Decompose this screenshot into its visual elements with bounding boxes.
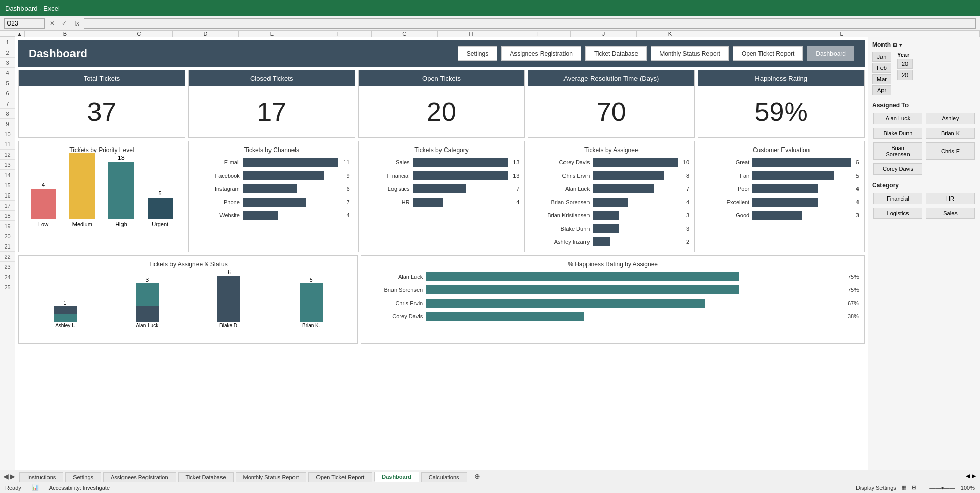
assignee-ashley-row: Ashley Irizarry 2 — [533, 237, 689, 246]
nav-ticket-db[interactable]: Ticket Database — [585, 46, 647, 61]
stat-resolution-header: Average Resolution Time (Days) — [528, 70, 694, 86]
scroll-sheet-right[interactable]: ▶ — [972, 473, 976, 479]
tab-monthly[interactable]: Monthly Status Report — [236, 472, 307, 482]
tab-dashboard[interactable]: Dashboard — [374, 472, 419, 482]
filter-logistics[interactable]: Logistics — [873, 208, 922, 219]
assignee-brianS-label: Brian Sorensen — [533, 199, 590, 205]
assignee-alan-row: Alan Luck 7 — [533, 184, 689, 193]
channel-ig-val: 6 — [346, 186, 349, 192]
stat-open-header: Open Tickets — [359, 70, 525, 86]
tab-open-ticket[interactable]: Open Ticket Report — [308, 472, 372, 482]
col-header-k: K — [637, 31, 703, 37]
month-feb[interactable]: Feb — [872, 63, 891, 73]
eval-good-bar — [752, 211, 801, 220]
as-blake-label: Blake D. — [219, 323, 239, 328]
channel-email-val: 11 — [343, 159, 349, 165]
stat-total-header: Total Tickets — [19, 70, 185, 86]
eval-poor-label: Poor — [703, 186, 749, 192]
happy-alan-bar — [426, 272, 739, 281]
filter-chrisE[interactable]: Chris E — [926, 142, 975, 160]
filter-alan[interactable]: Alan Luck — [873, 113, 922, 124]
filter-ashley[interactable]: Ashley — [926, 113, 975, 124]
filter-sales[interactable]: Sales — [926, 208, 975, 219]
channel-web-label: Website — [194, 212, 240, 218]
cancel-formula-icon[interactable]: ✕ — [47, 18, 57, 29]
filter-corey[interactable]: Corey Davis — [873, 163, 922, 175]
month-jan[interactable]: Jan — [872, 52, 891, 62]
assignee-brianK-bar — [593, 211, 619, 220]
confirm-formula-icon[interactable]: ✓ — [59, 18, 69, 29]
as-alan-closed — [136, 283, 159, 306]
channels-chart-title: Tickets by Channels — [194, 146, 350, 154]
scroll-left-icon[interactable]: ◀ — [3, 472, 9, 480]
as-blake-val: 6 — [228, 269, 231, 275]
channel-web-row: Website 4 — [194, 211, 350, 220]
nav-assignees[interactable]: Assignees Registration — [501, 46, 581, 61]
filter-financial[interactable]: Financial — [873, 193, 922, 204]
nav-settings[interactable]: Settings — [458, 46, 497, 61]
filter-hr[interactable]: HR — [926, 193, 975, 204]
year-2020-2[interactable]: 20 — [897, 70, 913, 80]
filter-brianK[interactable]: Brian K — [926, 128, 975, 139]
tab-settings[interactable]: Settings — [65, 472, 101, 482]
happiness-chart: % Happiness Rating by Assignee Alan Luck… — [361, 255, 865, 344]
eval-great-row: Great 6 — [703, 158, 859, 167]
happy-alan-label: Alan Luck — [366, 274, 423, 280]
zoom-slider[interactable]: ——●—— — [929, 485, 955, 491]
eval-excellent-val: 4 — [856, 199, 859, 205]
assignee-corey-val: 10 — [683, 159, 689, 165]
eval-good-val: 3 — [856, 212, 859, 218]
channels-bars: E-mail 11 Facebook 9 Instagram — [194, 158, 350, 220]
stat-closed-header: Closed Tickets — [189, 70, 355, 86]
month-filter-icon[interactable]: ⊞ ▼ — [893, 42, 903, 48]
col-header-i: I — [504, 31, 571, 37]
nav-monthly[interactable]: Monthly Status Report — [651, 46, 729, 61]
category-filter-grid: Financial HR Logistics Sales — [872, 192, 976, 220]
eval-excellent-label: Excellent — [703, 199, 749, 205]
formula-input[interactable] — [84, 18, 976, 29]
scroll-sheet-left[interactable]: ◀ — [966, 473, 970, 479]
eval-good-row: Good 3 — [703, 211, 859, 220]
zoom-level: 100% — [961, 485, 975, 491]
tab-assignees-reg[interactable]: Assignees Registration — [103, 472, 176, 482]
nav-open-ticket[interactable]: Open Ticket Report — [733, 46, 803, 61]
as-brianK-label: Brian K. — [302, 323, 321, 328]
tab-ticket-db[interactable]: Ticket Database — [178, 472, 234, 482]
priority-urgent-bar — [148, 198, 173, 219]
nav-dashboard[interactable]: Dashboard — [807, 46, 854, 61]
filter-brianS[interactable]: Brian Sorensen — [873, 142, 922, 160]
month-apr[interactable]: Apr — [872, 85, 891, 95]
scroll-right-icon[interactable]: ▶ — [10, 472, 15, 480]
right-panel: Month ⊞ ▼ Jan Feb Mar Apr Year 20 — [868, 37, 980, 470]
assignee-chris-row: Chris Ervin 8 — [533, 171, 689, 180]
view-layout-icon[interactable]: ⊞ — [912, 484, 916, 491]
as-ashley-open — [54, 306, 77, 314]
cell-reference[interactable]: O23 — [4, 18, 45, 29]
stat-closed-tickets: Closed Tickets 17 — [188, 70, 355, 138]
eval-bars: Great 6 Fair 5 Poor — [703, 158, 859, 220]
happy-brianS-val: 75% — [848, 287, 859, 293]
year-2020-1[interactable]: 20 — [897, 59, 913, 69]
month-filter-section: Month ⊞ ▼ Jan Feb Mar Apr Year 20 — [872, 41, 976, 95]
view-normal-icon[interactable]: ▦ — [901, 484, 906, 491]
col-header-e: E — [239, 31, 305, 37]
priority-medium-bar — [69, 153, 95, 219]
filter-blake[interactable]: Blake Dunn — [873, 128, 922, 139]
category-chart-title: Tickets by Category — [364, 146, 520, 154]
bottom-row: Tickets by Assignee & Status 1 Ashley I. — [18, 255, 865, 344]
add-sheet-button[interactable]: ⊕ — [469, 471, 485, 482]
view-page-icon[interactable]: ≡ — [921, 485, 924, 491]
assignee-brianK-row: Brian Kristiansen 3 — [533, 211, 689, 220]
function-icon[interactable]: fx — [71, 18, 82, 29]
dashboard-title: Dashboard — [29, 47, 454, 60]
assignee-blake-row: Blake Dunn 3 — [533, 224, 689, 233]
tab-calculations[interactable]: Calculations — [421, 472, 467, 482]
priority-urgent-label: Urgent — [152, 221, 168, 227]
display-settings[interactable]: Display Settings — [856, 485, 896, 491]
month-mar[interactable]: Mar — [872, 74, 891, 84]
happy-brianS-bar — [426, 285, 739, 294]
assignee-blake-val: 3 — [686, 226, 689, 232]
accessibility-label: Accessibility: Investigate — [49, 485, 110, 491]
tab-instructions[interactable]: Instructions — [19, 472, 63, 482]
assignee-chris-bar — [593, 171, 663, 180]
